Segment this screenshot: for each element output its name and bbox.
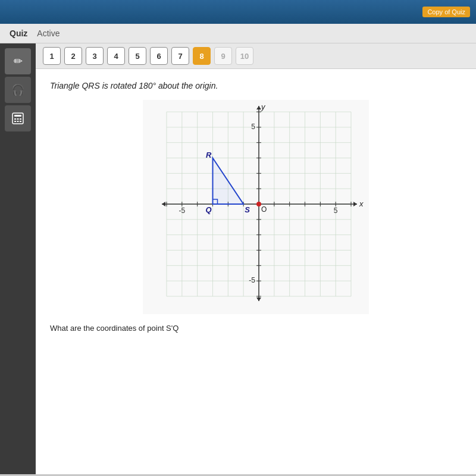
main-area: ✏ 🎧 12345678910 Triangle QRS is rotated … — [0, 43, 476, 474]
active-label: Active — [37, 29, 60, 38]
question-btn-2[interactable]: 2 — [64, 47, 82, 65]
question-btn-7[interactable]: 7 — [171, 47, 189, 65]
top-bar-right: Copy of Quiz — [422, 7, 470, 17]
calculator-tool[interactable] — [5, 105, 31, 131]
question-btn-5[interactable]: 5 — [129, 47, 146, 65]
question-btn-10: 10 — [236, 47, 253, 65]
svg-rect-7 — [20, 121, 21, 122]
question-btn-6[interactable]: 6 — [150, 47, 168, 65]
pencil-tool[interactable]: ✏ — [5, 48, 31, 74]
question-btn-8[interactable]: 8 — [193, 47, 211, 65]
copy-quiz-button[interactable]: Copy of Quiz — [422, 7, 470, 17]
question-text: Triangle QRS is rotated 180° about the o… — [50, 81, 462, 90]
graph-container — [50, 100, 462, 314]
coordinate-graph — [143, 100, 369, 314]
answer-prompt: What are the coordinates of point S'Q — [50, 324, 462, 333]
headphones-tool[interactable]: 🎧 — [5, 77, 31, 103]
question-btn-1[interactable]: 1 — [43, 47, 61, 65]
question-btn-9: 9 — [214, 47, 232, 65]
svg-rect-3 — [17, 118, 19, 120]
question-toolbar: 12345678910 — [36, 43, 476, 69]
quiz-label: Quiz — [10, 29, 27, 38]
question-content: Triangle QRS is rotated 180° about the o… — [36, 69, 476, 474]
svg-rect-4 — [20, 118, 21, 120]
svg-rect-6 — [17, 121, 19, 122]
svg-rect-1 — [14, 115, 21, 117]
quiz-header: Quiz Active — [0, 24, 476, 43]
svg-rect-5 — [14, 121, 16, 122]
question-btn-3[interactable]: 3 — [86, 47, 104, 65]
left-sidebar: ✏ 🎧 — [0, 43, 36, 474]
content-area: 12345678910 Triangle QRS is rotated 180°… — [36, 43, 476, 474]
svg-rect-2 — [14, 118, 16, 120]
question-btn-4[interactable]: 4 — [107, 47, 125, 65]
top-bar: Copy of Quiz — [0, 0, 476, 24]
